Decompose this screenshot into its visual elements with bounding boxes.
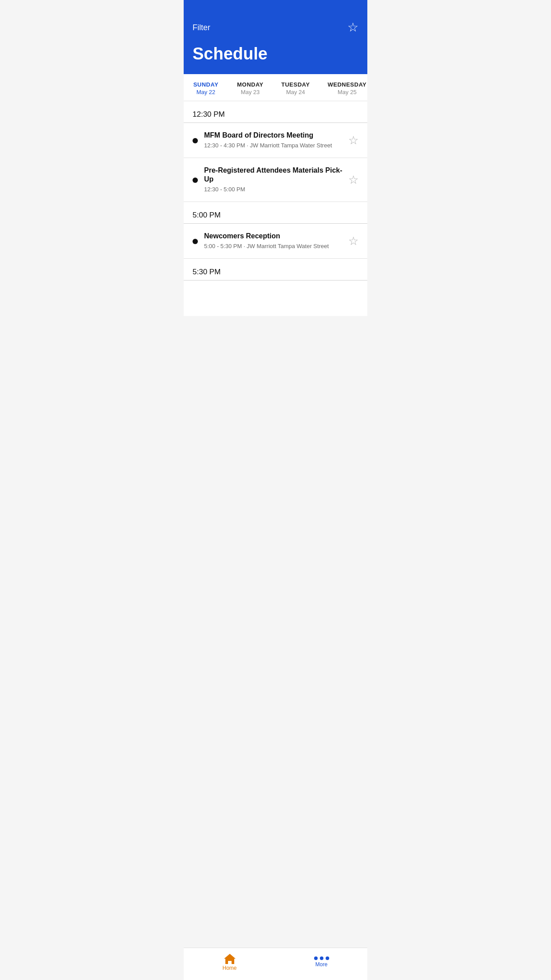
schedule-content: 12:30 PM MFM Board of Directors Meeting … [184, 101, 367, 316]
time-label-1230: 12:30 PM [193, 110, 225, 119]
page-title: Schedule [193, 44, 358, 63]
favorite-filter-icon[interactable]: ☆ [347, 21, 358, 34]
event-dot [193, 138, 198, 143]
event-title: Newcomers Reception [204, 232, 343, 241]
event-title: Pre-Registered Attendees Materials Pick-… [204, 166, 343, 185]
event-info: Newcomers Reception 5:00 - 5:30 PM · JW … [204, 232, 343, 250]
time-label-530: 5:30 PM [193, 268, 220, 276]
tab-wednesday-name: WEDNESDAY [327, 81, 366, 88]
tab-sunday[interactable]: SUNDAY May 22 [184, 74, 228, 101]
header: Filter ☆ Schedule [184, 0, 367, 74]
divider-530 [184, 280, 367, 281]
tab-tuesday[interactable]: TUESDAY May 24 [272, 74, 319, 101]
time-section-530: 5:30 PM [184, 259, 367, 280]
event-dot [193, 239, 198, 244]
tab-tuesday-date: May 24 [281, 89, 310, 95]
tab-monday-name: MONDAY [237, 81, 264, 88]
time-label-500: 5:00 PM [193, 211, 220, 219]
tab-wednesday[interactable]: WEDNESDAY May 25 [319, 74, 367, 101]
event-info: Pre-Registered Attendees Materials Pick-… [204, 166, 343, 194]
time-section-1230: 12:30 PM [184, 101, 367, 122]
event-newcomers-reception[interactable]: Newcomers Reception 5:00 - 5:30 PM · JW … [184, 224, 367, 259]
event-favorite-icon[interactable]: ☆ [348, 134, 358, 146]
tab-sunday-name: SUNDAY [193, 81, 219, 88]
event-meta: 5:00 - 5:30 PM · JW Marriott Tampa Water… [204, 243, 343, 250]
event-title: MFM Board of Directors Meeting [204, 131, 343, 140]
event-favorite-icon[interactable]: ☆ [348, 174, 358, 186]
event-dot [193, 178, 198, 183]
event-preregistered[interactable]: Pre-Registered Attendees Materials Pick-… [184, 158, 367, 202]
event-favorite-icon[interactable]: ☆ [348, 235, 358, 247]
day-tabs: SUNDAY May 22 MONDAY May 23 TUESDAY May … [184, 74, 367, 101]
event-meta: 12:30 - 4:30 PM · JW Marriott Tampa Wate… [204, 142, 343, 150]
filter-button[interactable]: Filter [193, 23, 210, 32]
event-info: MFM Board of Directors Meeting 12:30 - 4… [204, 131, 343, 150]
tab-wednesday-date: May 25 [327, 89, 366, 95]
event-meta: 12:30 - 5:00 PM [204, 186, 343, 194]
event-mfm-board[interactable]: MFM Board of Directors Meeting 12:30 - 4… [184, 123, 367, 158]
header-top: Filter ☆ [193, 21, 358, 34]
tab-tuesday-name: TUESDAY [281, 81, 310, 88]
tab-sunday-date: May 22 [193, 89, 219, 95]
tab-monday-date: May 23 [237, 89, 264, 95]
tab-monday[interactable]: MONDAY May 23 [228, 74, 272, 101]
time-section-500: 5:00 PM [184, 202, 367, 223]
